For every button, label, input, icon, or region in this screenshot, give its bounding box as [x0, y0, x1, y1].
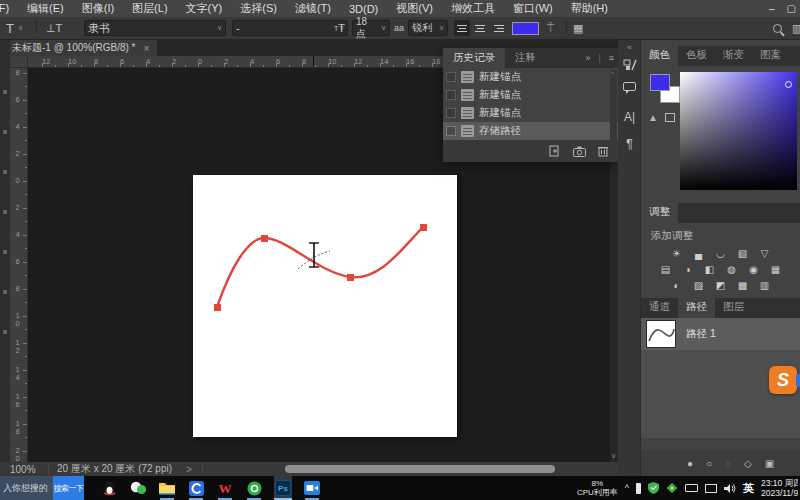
tab-notes[interactable]: 注释: [505, 48, 546, 68]
adjustment-icon[interactable]: ▥: [758, 280, 772, 291]
vertical-ruler[interactable]: 8642024681 01 21 41 61 82 0: [10, 68, 28, 462]
menu-item[interactable]: 视图(V): [387, 1, 442, 16]
notes-panel-icon[interactable]: [618, 82, 641, 94]
search-button[interactable]: [773, 20, 782, 36]
history-source-checkbox[interactable]: [446, 90, 456, 100]
status-arrow-icon[interactable]: >: [186, 464, 192, 475]
app-icon-blue-ring-app[interactable]: [187, 476, 205, 500]
search-submit-button[interactable]: 搜索一下: [53, 476, 84, 500]
foreground-color-swatch[interactable]: [650, 74, 670, 91]
delete-state-icon[interactable]: [598, 145, 608, 157]
tab-渐变[interactable]: 渐变: [715, 45, 752, 66]
path-row[interactable]: 路径 1: [641, 318, 800, 350]
menu-item[interactable]: 编辑(E): [18, 1, 73, 16]
tab-adjustments[interactable]: 调整: [641, 202, 678, 223]
menu-item[interactable]: 增效工具: [442, 1, 504, 16]
pen-path[interactable]: [193, 175, 457, 437]
cpu-usage-indicator[interactable]: 8%CPU利用率: [577, 479, 618, 497]
fill-path-button[interactable]: ●: [687, 458, 693, 469]
menu-item[interactable]: 窗口(W): [504, 1, 562, 16]
history-state-row[interactable]: 存储路径: [443, 122, 618, 140]
speaker-icon[interactable]: [724, 483, 736, 494]
scroll-up-icon[interactable]: ^: [611, 71, 614, 77]
collapse-dock-icon[interactable]: «: [618, 43, 641, 52]
search-input[interactable]: 入你想搜的: [0, 482, 52, 495]
tool-preset-button[interactable]: T ∨: [6, 20, 23, 36]
workspace-icon[interactable]: ▥: [792, 20, 800, 36]
green-diamond-icon[interactable]: [666, 482, 678, 494]
panel-menu-icon[interactable]: ≡: [605, 53, 618, 63]
scroll-down-icon[interactable]: ∨: [611, 452, 616, 460]
align-center-button[interactable]: [472, 20, 488, 36]
collapse-panel-icon[interactable]: »: [581, 53, 594, 63]
zoom-level-field[interactable]: 100%: [0, 464, 48, 475]
adjustment-icon[interactable]: ▧: [736, 248, 750, 259]
app-icon-safe-360[interactable]: [245, 476, 263, 500]
history-source-checkbox[interactable]: [446, 108, 456, 118]
font-family-select[interactable]: 隶书 ∨: [84, 20, 226, 36]
history-source-checkbox[interactable]: [446, 72, 456, 82]
text-orientation-button[interactable]: ⊥T: [46, 20, 62, 36]
tab-history[interactable]: 历史记录: [443, 48, 505, 68]
taskbar-clock[interactable]: 23:10 周四2023/11/9: [761, 478, 798, 498]
adjustment-icon[interactable]: ▽: [758, 248, 772, 259]
history-scrollbar[interactable]: ^: [610, 70, 617, 140]
close-icon[interactable]: ×: [144, 43, 150, 54]
adjustment-icon[interactable]: ◍: [725, 264, 739, 275]
taskbar-search-box[interactable]: 入你想搜的 搜索一下: [0, 476, 84, 500]
color-picker-marker[interactable]: [785, 81, 792, 88]
usb-device-icon[interactable]: [636, 483, 641, 494]
horizontal-scrollbar-thumb[interactable]: [285, 465, 555, 473]
history-state-row[interactable]: 新建锚点: [443, 104, 618, 122]
anchor-point[interactable]: [420, 224, 427, 231]
anchor-point[interactable]: [347, 274, 354, 281]
adjustment-icon[interactable]: ◩: [714, 280, 728, 291]
app-icon-photoshop[interactable]: Ps: [274, 476, 292, 500]
security-shield-icon[interactable]: [648, 482, 659, 494]
adjustment-icon[interactable]: ◉: [747, 264, 761, 275]
adjustment-icon[interactable]: ◐: [670, 280, 684, 291]
menu-item[interactable]: 图像(I): [73, 1, 123, 16]
history-state-row[interactable]: 新建锚点: [443, 68, 618, 86]
new-document-from-state-icon[interactable]: [549, 145, 561, 157]
align-left-button[interactable]: [454, 20, 470, 36]
character-panel-icon[interactable]: A|: [618, 110, 641, 124]
gamut-warning-icon[interactable]: ▲: [648, 112, 658, 123]
adjustment-icon[interactable]: ▄: [692, 248, 706, 259]
swatches-panel-icon[interactable]: [618, 58, 641, 72]
add-mask-button[interactable]: ▣: [765, 458, 774, 469]
adjustment-icon[interactable]: ◑: [681, 264, 695, 275]
align-right-button[interactable]: [490, 20, 506, 36]
tab-图层[interactable]: 图层: [715, 297, 752, 318]
menu-item[interactable]: 文字(Y): [177, 1, 232, 16]
anchor-point[interactable]: [261, 235, 268, 242]
adjustment-icon[interactable]: ◡: [714, 248, 728, 259]
app-icon-file-explorer[interactable]: [158, 476, 176, 500]
color-picker-field[interactable]: [680, 72, 797, 190]
new-snapshot-icon[interactable]: [573, 146, 586, 157]
warp-text-button[interactable]: ⍑: [547, 20, 554, 36]
anti-alias-select[interactable]: 锐利 ∨: [408, 20, 448, 36]
adjustment-icon[interactable]: ☀: [670, 248, 684, 259]
menu-item[interactable]: 3D(D): [340, 3, 387, 15]
anchor-point[interactable]: [214, 304, 221, 311]
display-icon[interactable]: [705, 484, 717, 493]
input-language-indicator[interactable]: 英: [743, 481, 754, 496]
history-state-row[interactable]: 新建锚点: [443, 86, 618, 104]
tray-expand-icon[interactable]: ^: [625, 483, 629, 493]
font-size-select[interactable]: 18 点 ∨: [352, 20, 390, 36]
tab-通道[interactable]: 通道: [641, 297, 678, 318]
tab-路径[interactable]: 路径: [678, 297, 715, 318]
graphics-card-icon[interactable]: [685, 484, 698, 492]
menu-item[interactable]: 图层(L): [123, 1, 176, 16]
app-icon-wps[interactable]: W: [216, 476, 234, 500]
paragraph-panel-icon[interactable]: ¶: [618, 136, 641, 151]
adjustment-icon[interactable]: ▩: [736, 280, 750, 291]
web-color-swatch[interactable]: [665, 113, 675, 122]
tab-图案[interactable]: 图案: [752, 45, 789, 66]
minimize-button[interactable]: –: [769, 3, 775, 14]
stroke-path-button[interactable]: ○: [706, 458, 712, 469]
make-work-path-button[interactable]: ◇: [744, 458, 752, 469]
history-source-checkbox[interactable]: [446, 126, 456, 136]
load-selection-button[interactable]: ◌: [725, 458, 731, 469]
